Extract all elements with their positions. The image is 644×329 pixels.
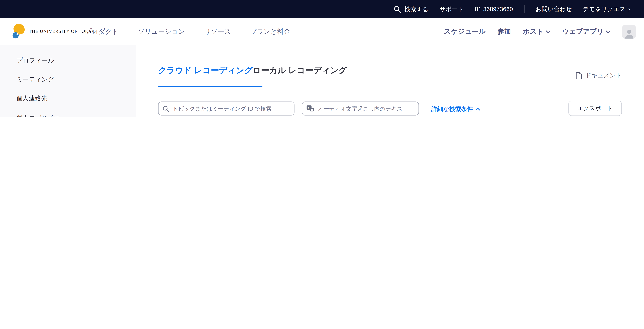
advanced-search-toggle[interactable]: 詳細な検索条件 [431, 105, 480, 113]
nav-menu: プロダクトソリューションリソースプランと料金 [85, 18, 290, 45]
host-menu[interactable]: ホスト [523, 27, 550, 36]
transcript-search-box: ♪ [302, 102, 419, 115]
university-logo[interactable]: THE UNIVERSITY OF TOKYO [11, 23, 96, 39]
tab-local-recordings[interactable]: ローカル レコーディング [252, 65, 347, 76]
search-icon [394, 6, 401, 13]
logo-icon [11, 23, 26, 39]
user-avatar[interactable] [622, 25, 636, 39]
join-link[interactable]: 参加 [497, 27, 511, 36]
caret-up-icon [476, 108, 480, 111]
sidebar-item-label: 個人用デバイス [16, 114, 60, 117]
avatar-icon [624, 28, 634, 38]
phone-number[interactable]: 81 368973660 [475, 6, 513, 12]
zoom-web-portal: 検索する サポート 81 368973660 お問い合わせ デモをリクエスト T… [0, 0, 644, 117]
sidebar-item-label: ミーティング [16, 76, 54, 84]
sidebar: プロフィール ミーティング 個人連絡先 個人用デバイス [0, 45, 136, 117]
tab-cloud-recordings[interactable]: クラウド レコーディング [158, 65, 252, 76]
nav-menu-item[interactable]: リソース [204, 27, 231, 36]
topic-search-input[interactable] [172, 105, 290, 112]
sidebar-item[interactable]: ミーティング [0, 70, 136, 89]
document-icon [576, 72, 582, 79]
sidebar-item-label: プロフィール [16, 57, 54, 64]
sidebar-item[interactable]: 個人連絡先 [0, 89, 136, 108]
sidebar-item[interactable]: 個人用デバイス [0, 108, 136, 117]
nav-menu-item[interactable]: ソリューション [138, 27, 185, 36]
search-icon [162, 106, 169, 112]
sidebar-item-label: 個人連絡先 [16, 95, 47, 103]
nav-actions: スケジュール 参加 ホスト ウェブアプリ [444, 18, 636, 45]
active-tab-indicator [158, 86, 262, 87]
global-search-link[interactable]: 検索する [394, 5, 428, 13]
svg-text:♪: ♪ [308, 106, 309, 110]
transcript-search-input[interactable] [317, 105, 414, 112]
documentation-link[interactable]: ドキュメント [576, 72, 622, 79]
recordings-page: クラウド レコーディング ローカル レコーディング ドキュメント ♪ 詳細な検索… [136, 45, 644, 117]
top-utility-bar: 検索する サポート 81 368973660 お問い合わせ デモをリクエスト [0, 0, 644, 18]
chevron-down-icon [606, 30, 610, 33]
sidebar-items: プロフィール ミーティング 個人連絡先 個人用デバイス [0, 51, 136, 117]
transcript-icon: ♪ [306, 105, 314, 112]
chevron-down-icon [546, 30, 550, 33]
schedule-link[interactable]: スケジュール [444, 27, 486, 36]
contact-link[interactable]: お問い合わせ [536, 5, 572, 13]
main-navbar: THE UNIVERSITY OF TOKYO プロダクトソリューションリソース… [0, 18, 644, 45]
topbar-divider [524, 5, 524, 13]
topic-search-box [158, 102, 294, 115]
request-demo-link[interactable]: デモをリクエスト [583, 5, 632, 13]
nav-menu-item[interactable]: プロダクト [85, 27, 119, 36]
nav-menu-item[interactable]: プランと料金 [250, 27, 290, 36]
export-button[interactable]: エクスポート [568, 101, 622, 116]
support-link[interactable]: サポート [440, 5, 464, 13]
webapp-menu[interactable]: ウェブアプリ [562, 27, 610, 36]
sidebar-item[interactable]: プロフィール [0, 51, 136, 70]
